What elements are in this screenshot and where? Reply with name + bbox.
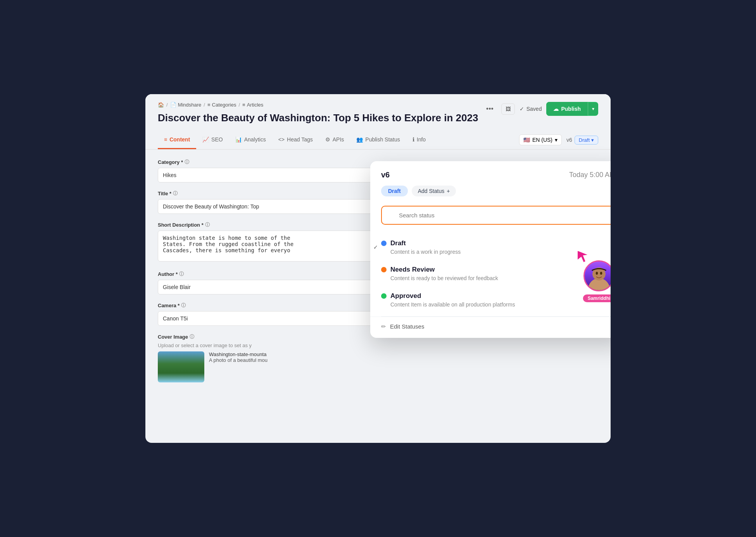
tab-content[interactable]: ≡ Content [158,131,196,149]
upload-icon: ☁ [553,106,559,112]
cover-thumbnail[interactable] [158,351,204,382]
apis-tab-icon: ⚙ [325,136,330,143]
camera-info-icon: ⓘ [181,302,186,309]
svg-point-5 [600,272,602,274]
tab-analytics[interactable]: 📊 Analytics [229,131,272,149]
page-header: 🏠 / 📄 Mindshare / ≡ Categories / ≡ Artic… [145,94,611,125]
dropdown-time: Today 5:00 AM [569,171,611,179]
status-search-input[interactable] [381,206,611,225]
main-container: 🏠 / 📄 Mindshare / ≡ Categories / ≡ Artic… [145,94,611,443]
avatar-image [585,262,611,290]
tabs-bar: ≡ Content 📈 SEO 📊 Analytics <> Head Tags… [145,131,611,150]
version-info: v6 Draft ▾ [566,136,598,145]
short-desc-group: Short Description * ⓘ Washington state i… [158,222,383,263]
dropdown-version: v6 [381,170,390,179]
chevron-down-icon: ▾ [592,106,594,112]
category-label: Category * ⓘ [158,159,383,165]
form-panel: Category * ⓘ Title * ⓘ Short Description… [158,159,383,390]
category-input[interactable] [158,168,383,182]
camera-input[interactable] [158,311,383,326]
cover-hint: Upload or select a cover image to set as… [158,343,383,348]
title-group: Title * ⓘ [158,190,383,214]
cover-info-icon: ⓘ [190,334,194,340]
edit-statuses-button[interactable]: ✏ Edit Statuses [370,317,611,338]
lang-chevron-icon: ▾ [555,137,558,143]
avatar [583,260,611,291]
doc-icon: 📄 [170,102,176,108]
title-label: Title * ⓘ [158,190,383,197]
publish-status-tab-icon: 👥 [356,136,363,143]
status-item-approved[interactable]: Approved Content Item is available on al… [370,287,611,313]
breadcrumb-categories[interactable]: ≡ Categories [207,102,236,108]
info-tab-icon: ℹ [413,136,414,143]
tabs-left: ≡ Content 📈 SEO 📊 Analytics <> Head Tags… [158,131,432,149]
search-wrapper: 🔍 [381,206,611,225]
short-desc-info-icon: ⓘ [205,222,210,228]
cover-image-label: Cover Image ⓘ [158,334,383,340]
camera-label: Camera * ⓘ [158,302,383,309]
camera-group: Camera * ⓘ [158,302,383,326]
flag-icon: 🇺🇸 [523,137,530,143]
draft-chevron-icon: ▾ [591,137,594,143]
image-icon: 🖼 [506,106,511,112]
more-options-button[interactable]: ••• [483,103,497,115]
publish-dropdown-button[interactable]: ▾ [588,102,598,115]
home-icon[interactable]: 🏠 [158,102,164,108]
status-item-needs-review[interactable]: Needs Review Content is ready to be revi… [370,260,611,287]
draft-status-name: Draft [390,239,406,247]
title-input[interactable] [158,199,383,214]
tab-publish-status[interactable]: 👥 Publish Status [350,131,406,149]
user-cursor-container: Samriddhi [583,260,611,291]
tab-headtags[interactable]: <> Head Tags [272,131,319,149]
saved-status: ✓ Saved [520,106,542,112]
short-desc-label: Short Description * ⓘ [158,222,383,228]
breadcrumb-articles[interactable]: ≡ Articles [242,102,263,108]
dropdown-header: v6 Today 5:00 AM [370,161,611,186]
needs-review-status-desc: Content is ready to be reviewed for feed… [381,275,611,281]
analytics-tab-icon: 📊 [235,136,242,143]
tab-seo[interactable]: 📈 SEO [196,131,229,149]
title-info-icon: ⓘ [173,190,178,197]
needs-review-status-name: Needs Review [390,266,435,274]
author-label: Author * ⓘ [158,271,383,277]
list-icon: ≡ [207,102,211,108]
cover-meta: Washington-state-mounta A photo of a bea… [209,351,268,363]
tab-info[interactable]: ℹ Info [406,131,432,149]
author-info-icon: ⓘ [179,271,184,277]
tab-apis[interactable]: ⚙ APIs [319,131,350,149]
status-dropdown: v6 Today 5:00 AM Draft Add Status + 🔍 [370,161,611,338]
svg-point-4 [596,272,598,274]
header-actions: ••• 🖼 ✓ Saved ☁ Publish ▾ [483,102,598,116]
add-status-button[interactable]: Add Status + [412,186,456,196]
tabs-right: 🇺🇸 EN (US) ▾ v6 Draft ▾ [519,134,598,145]
headtags-tab-icon: <> [278,136,285,143]
plus-icon: + [447,188,450,194]
draft-dot [381,241,387,246]
draft-status-badge[interactable]: Draft ▾ [575,136,598,145]
category-group: Category * ⓘ [158,159,383,182]
edit-icon: ✏ [381,323,386,330]
approved-dot [381,293,387,299]
status-list: ✓ Draft Content is a work in progress Ne… [370,231,611,316]
dropdown-tags: Draft Add Status + [370,186,611,203]
approved-status-desc: Content Item is available on all product… [381,301,611,308]
cover-image-area: Washington-state-mounta A photo of a bea… [158,351,383,382]
author-group: Author * ⓘ [158,271,383,294]
needs-review-dot [381,267,387,272]
image-button[interactable]: 🖼 [501,103,515,115]
breadcrumb-mindshare[interactable]: 📄 Mindshare [170,102,202,108]
content-tab-icon: ≡ [164,136,167,143]
author-input[interactable] [158,280,383,294]
seo-tab-icon: 📈 [202,136,209,143]
user-name-badge: Samriddhi [583,294,611,302]
short-desc-textarea[interactable]: Washington state is home to some of the … [158,231,383,262]
cover-image-group: Cover Image ⓘ Upload or select a cover i… [158,334,383,382]
search-box-wrapper: 🔍 [370,203,611,231]
language-selector[interactable]: 🇺🇸 EN (US) ▾ [519,134,562,145]
status-item-draft[interactable]: ✓ Draft Content is a work in progress [370,234,611,260]
draft-tag[interactable]: Draft [381,186,408,196]
list-icon-2: ≡ [242,102,245,108]
publish-button[interactable]: ☁ Publish [546,102,588,116]
draft-check-icon: ✓ [373,244,378,250]
user-avatar-wrap: Samriddhi [583,260,611,291]
